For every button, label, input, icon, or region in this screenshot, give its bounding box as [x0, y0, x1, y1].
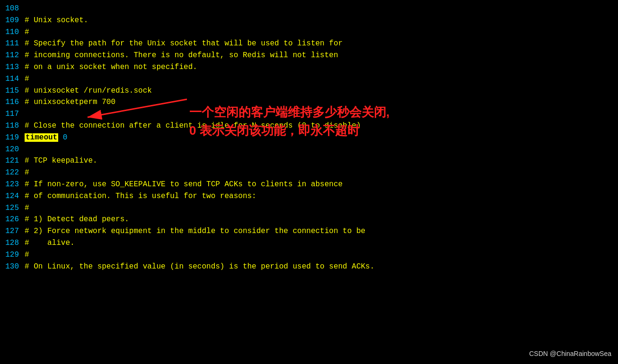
code-line-130: 130# On Linux, the specified value (in s…: [0, 261, 618, 273]
line-content: # On Linux, the specified value (in seco…: [25, 261, 618, 273]
line-content: # unixsocket /run/redis.sock: [25, 85, 618, 97]
line-content: #: [25, 73, 618, 85]
code-line-120: 120: [0, 144, 618, 156]
code-line-110: 110#: [0, 26, 618, 38]
line-number: 130: [0, 261, 25, 273]
line-number: 126: [0, 214, 25, 225]
code-line-129: 129#: [0, 249, 618, 261]
line-content: # incoming connections. There is no defa…: [25, 50, 618, 61]
line-number: 123: [0, 179, 25, 191]
line-content: #: [25, 26, 618, 38]
line-number: 124: [0, 191, 25, 202]
code-line-122: 122#: [0, 167, 618, 179]
line-number: 128: [0, 237, 25, 249]
code-line-108: 108: [0, 3, 618, 15]
line-number: 120: [0, 144, 25, 156]
line-content: # If non-zero, use SO_KEEPALIVE to send …: [25, 179, 618, 191]
line-number: 112: [0, 50, 25, 61]
line-number: 122: [0, 167, 25, 179]
line-content: # alive.: [25, 237, 618, 249]
line-content: #: [25, 202, 618, 214]
code-line-109: 109# Unix socket.: [0, 15, 618, 26]
code-line-121: 121# TCP keepalive.: [0, 155, 618, 167]
line-number: 129: [0, 249, 25, 261]
line-number: 114: [0, 73, 25, 85]
annotation-box: 一个空闲的客户端维持多少秒会关闭, 0 表示关闭该功能，即永不超时: [189, 103, 389, 140]
line-number: 109: [0, 15, 25, 26]
line-content: # TCP keepalive.: [25, 155, 618, 167]
code-line-126: 126# 1) Detect dead peers.: [0, 214, 618, 225]
code-line-113: 113# on a unix socket when not specified…: [0, 61, 618, 73]
line-content: #: [25, 249, 618, 261]
code-line-111: 111# Specify the path for the Unix socke…: [0, 38, 618, 50]
line-number: 116: [0, 96, 25, 108]
line-number: 125: [0, 202, 25, 214]
line-number: 118: [0, 120, 25, 132]
line-number: 117: [0, 108, 25, 120]
code-line-127: 127# 2) Force network equipment in the m…: [0, 225, 618, 237]
line-number: 111: [0, 38, 25, 50]
line-number: 113: [0, 61, 25, 73]
line-number: 119: [0, 132, 25, 144]
watermark: CSDN @ChinaRainbowSea: [529, 349, 611, 359]
line-content: # 1) Detect dead peers.: [25, 214, 618, 225]
code-line-123: 123# If non-zero, use SO_KEEPALIVE to se…: [0, 179, 618, 191]
line-number: 108: [0, 3, 25, 15]
code-line-115: 115# unixsocket /run/redis.sock: [0, 85, 618, 97]
line-content: # of communication. This is useful for t…: [25, 191, 618, 202]
annotation-text-line1: 一个空闲的客户端维持多少秒会关闭,: [189, 103, 389, 121]
code-line-112: 112# incoming connections. There is no d…: [0, 50, 618, 61]
line-content: # Unix socket.: [25, 15, 618, 26]
line-number: 115: [0, 85, 25, 97]
code-line-124: 124# of communication. This is useful fo…: [0, 191, 618, 202]
line-content: # Specify the path for the Unix socket t…: [25, 38, 618, 50]
code-line-114: 114#: [0, 73, 618, 85]
line-content: # 2) Force network equipment in the midd…: [25, 225, 618, 237]
line-content: # on a unix socket when not specified.: [25, 61, 618, 73]
line-number: 127: [0, 225, 25, 237]
annotation-text-line2: 0 表示关闭该功能，即永不超时: [189, 121, 389, 140]
code-line-128: 128# alive.: [0, 237, 618, 249]
line-number: 110: [0, 26, 25, 38]
code-line-125: 125#: [0, 202, 618, 214]
line-number: 121: [0, 155, 25, 167]
line-content: #: [25, 167, 618, 179]
